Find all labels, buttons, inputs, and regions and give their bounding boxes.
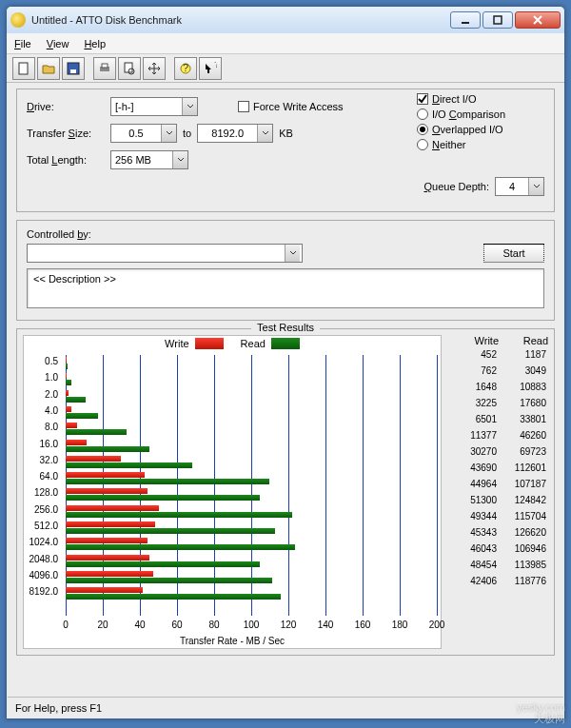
drive-value[interactable] (111, 98, 182, 115)
open-button[interactable] (37, 57, 60, 80)
settings-group: Drive: Force Write Access Transfer Size: (16, 89, 555, 212)
titlebar[interactable]: Untitled - ATTO Disk Benchmark (7, 7, 564, 33)
write-bar (66, 456, 121, 462)
force-write-checkbox[interactable]: Force Write Access (238, 101, 344, 112)
y-tick-label: 16.0 (24, 439, 62, 449)
new-button[interactable] (12, 57, 35, 80)
io-comparison-label: I/O Comparison (432, 108, 505, 120)
write-bar (66, 521, 155, 527)
menu-view[interactable]: View (47, 38, 69, 49)
table-row: 48454113985 (449, 557, 548, 573)
queue-depth-select[interactable] (495, 177, 544, 196)
to-label: to (183, 128, 191, 139)
print-preview-button[interactable] (118, 57, 141, 80)
write-bar (66, 440, 87, 445)
direct-io-checkbox[interactable]: Direct I/O (417, 93, 505, 105)
chevron-down-icon[interactable] (172, 151, 187, 168)
write-bar (66, 555, 149, 561)
io-comparison-radio[interactable]: I/O Comparison (417, 108, 505, 120)
read-bar (66, 479, 269, 484)
maximize-button[interactable] (482, 11, 513, 29)
read-bar (66, 462, 192, 468)
chevron-down-icon[interactable] (528, 178, 543, 195)
menubar: File View Help (7, 33, 564, 54)
chevron-down-icon[interactable] (182, 98, 197, 115)
write-bar (66, 571, 153, 577)
ts-to-value[interactable] (198, 125, 257, 142)
queue-depth-value[interactable] (496, 178, 528, 195)
table-row: 4521187 (449, 346, 548, 363)
read-swatch (271, 338, 300, 349)
start-button[interactable]: Start (483, 244, 544, 263)
results-table: Write Read 45211877623049164810883322517… (442, 335, 548, 649)
y-tick-label: 128.0 (24, 487, 62, 498)
io-options: Direct I/O I/O Comparison Overlapped I/O… (417, 93, 505, 154)
queue-depth-label: Queue Depth: (424, 181, 490, 192)
radio-icon (417, 139, 428, 150)
neither-label: Neither (432, 139, 465, 150)
read-bar (66, 446, 149, 452)
x-tick-label: 100 (244, 620, 260, 630)
menu-help[interactable]: Help (84, 38, 106, 49)
overlapped-io-label: Overlapped I/O (432, 124, 503, 135)
about-button[interactable]: ? (174, 57, 197, 80)
write-bar (66, 538, 148, 543)
description-placeholder: << Description >> (33, 273, 116, 285)
read-legend-label: Read (241, 338, 266, 349)
svg-text:?: ? (214, 62, 217, 69)
ts-from-value[interactable] (111, 125, 161, 142)
table-row: 45343126620 (449, 524, 548, 541)
svg-rect-4 (19, 63, 28, 74)
overlapped-io-radio[interactable]: Overlapped I/O (417, 124, 505, 135)
description-box[interactable]: << Description >> (27, 268, 544, 308)
controlled-by-value[interactable] (28, 245, 285, 262)
minimize-button[interactable] (450, 11, 481, 29)
save-button[interactable] (62, 57, 85, 80)
close-button[interactable] (515, 11, 561, 29)
transfer-size-label: Transfer Size: (27, 128, 105, 139)
statusbar: For Help, press F1 (8, 697, 563, 718)
y-tick-label: 8.0 (24, 422, 62, 432)
drive-select[interactable] (110, 97, 198, 116)
write-swatch (195, 338, 224, 349)
y-tick-label: 8192.0 (24, 586, 62, 597)
x-tick-label: 20 (97, 620, 108, 630)
context-help-button[interactable]: ? (199, 57, 222, 80)
read-bar (66, 397, 86, 403)
write-bar (66, 505, 159, 511)
read-bar (66, 561, 260, 567)
y-tick-label: 0.5 (24, 356, 62, 366)
total-length-value[interactable] (111, 151, 172, 168)
x-tick-label: 60 (171, 620, 182, 630)
radio-icon (417, 124, 428, 135)
neither-radio[interactable]: Neither (417, 139, 505, 150)
x-tick-label: 140 (318, 620, 334, 630)
table-row: 49344115704 (449, 508, 548, 524)
app-icon (10, 12, 26, 28)
table-row: 322517680 (449, 395, 548, 411)
x-tick-label: 0 (63, 620, 69, 630)
ts-from-select[interactable] (110, 124, 177, 143)
table-row: 164810883 (449, 379, 548, 395)
menu-file[interactable]: File (14, 38, 31, 49)
print-button[interactable] (93, 57, 116, 80)
total-length-select[interactable] (110, 150, 188, 169)
controlled-by-select[interactable] (27, 244, 303, 263)
x-tick-label: 160 (355, 620, 371, 630)
chevron-down-icon[interactable] (285, 245, 300, 262)
results-chart: Write Read 020406080100120140160180200 T… (23, 335, 442, 649)
svg-text:?: ? (183, 62, 188, 73)
read-bar (66, 544, 295, 550)
move-button[interactable] (143, 57, 166, 80)
ts-to-select[interactable] (197, 124, 273, 143)
y-tick-label: 64.0 (24, 471, 62, 482)
read-bar (66, 594, 281, 600)
y-tick-label: 4096.0 (24, 570, 62, 580)
checkbox-icon (238, 101, 249, 112)
x-tick-label: 80 (208, 620, 219, 630)
chevron-down-icon[interactable] (161, 125, 176, 142)
test-results-legend: Test Results (251, 322, 320, 333)
chevron-down-icon[interactable] (257, 125, 272, 142)
controlled-by-group: Controlled by: Start << Description >> (16, 220, 555, 321)
read-bar (66, 364, 68, 369)
